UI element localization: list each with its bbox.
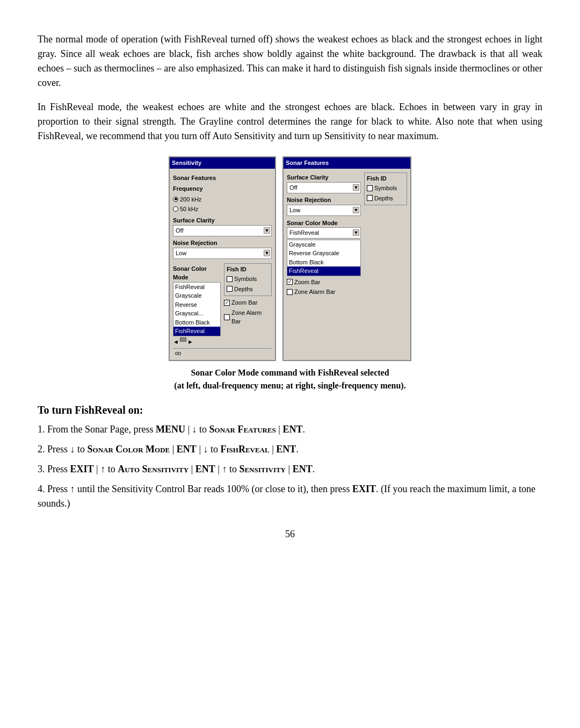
steps-list: 1. From the Sonar Page, press MENU | ↓ t… — [38, 422, 542, 511]
left-zoom-bar-row: Zoom Bar — [224, 298, 272, 307]
left-symbols-checkbox[interactable] — [227, 276, 233, 282]
right-depths-label: Depths — [374, 194, 393, 203]
right-zone-alarm-row: Zone Alarm Bar — [287, 287, 361, 297]
left-freq-50-radio[interactable] — [173, 206, 178, 212]
left-freq-200-radio[interactable] — [173, 197, 178, 202]
left-freq-group: 200 kHz 50 kHz — [173, 195, 272, 214]
right-sonar-color-select[interactable]: FishReveal ▼ — [287, 227, 361, 239]
right-noise-rejection-select[interactable]: Low ▼ — [287, 205, 361, 216]
step-3-bold3: ENT — [293, 464, 313, 474]
left-depths-label: Depths — [234, 285, 253, 294]
left-sonar-features-label: Sonar Features — [173, 174, 272, 183]
step-3-bold2: ENT — [195, 464, 215, 474]
right-zone-alarm-checkbox[interactable] — [287, 289, 293, 295]
image-section: Sensitivity Sonar Features Frequency 200… — [38, 156, 542, 392]
right-window-title: Sonar Features — [284, 157, 410, 169]
left-zone-alarm-row: Zone Alarm Bar — [224, 308, 272, 326]
step-3-num: 3. — [38, 464, 45, 474]
left-noise-rejection-select[interactable]: Low ▼ — [173, 248, 272, 259]
left-freq-50-label: 50 kHz — [180, 205, 198, 214]
right-fish-id-title: Fish ID — [367, 174, 404, 183]
caption-line2: (at left, dual-frequency menu; at right,… — [174, 379, 405, 392]
left-symbols-row: Symbols — [227, 275, 269, 284]
step-3-sc2: Sensitivity — [239, 464, 286, 474]
right-sonar-color-mode-label: Sonar Color Mode — [287, 219, 361, 228]
step-2-sc1: Sonar Color Mode — [88, 444, 170, 455]
step-4: 4. Press ↑ until the Sensitivity Control… — [38, 482, 542, 511]
left-list-grayscale[interactable]: Grayscale — [173, 291, 220, 300]
caption-line1: Sonar Color Mode command with FishReveal… — [174, 366, 405, 379]
right-noise-rejection-arrow[interactable]: ▼ — [353, 207, 359, 213]
right-noise-rejection-value: Low — [288, 206, 353, 215]
right-list-fishreveal[interactable]: FishReveal — [287, 266, 360, 276]
left-window-title: Sensitivity — [170, 157, 275, 169]
left-scroll-left[interactable]: ◄ — [173, 337, 179, 347]
left-bottom-value: oo — [175, 349, 181, 357]
right-window: Sonar Features Surface Clarity Off ▼ Noi… — [282, 156, 411, 361]
paragraph-1: The normal mode of operation (with FishR… — [38, 32, 542, 90]
screens-row: Sensitivity Sonar Features Frequency 200… — [169, 156, 411, 361]
left-zone-alarm-checkbox[interactable] — [224, 314, 230, 320]
right-depths-checkbox[interactable] — [367, 195, 373, 201]
left-fish-id-section: Fish ID Symbols Depths — [224, 263, 272, 297]
left-depths-checkbox[interactable] — [227, 286, 233, 292]
left-depths-row: Depths — [227, 285, 269, 294]
left-noise-rejection-arrow[interactable]: ▼ — [264, 250, 270, 256]
step-1-bold2: ENT — [282, 424, 302, 435]
left-list-rev-grayscale[interactable]: Reverse Grayscal... — [173, 300, 220, 318]
step-1-num: 1. — [38, 424, 45, 435]
left-bottom-bar: oo — [173, 348, 272, 358]
right-surface-clarity-arrow[interactable]: ▼ — [353, 184, 359, 191]
right-zoom-bar-label: Zoom Bar — [294, 278, 320, 287]
left-color-mode-list: FishReveal Grayscale Reverse Grayscal...… — [173, 282, 221, 336]
left-list-fishreveal2[interactable]: FishReveal — [173, 327, 220, 336]
left-zoom-bar-checkbox[interactable] — [224, 300, 230, 306]
left-noise-rejection-label: Noise Rejection — [173, 239, 272, 248]
step-2-num: 2. — [38, 444, 45, 455]
left-noise-rejection-value: Low — [175, 249, 264, 258]
step-2-sc2: FishReveal — [220, 444, 269, 455]
right-surface-clarity-select[interactable]: Off ▼ — [287, 182, 361, 193]
right-list-bottom-black[interactable]: Bottom Black — [287, 258, 360, 267]
step-4-num: 4. — [38, 484, 45, 494]
step-3-sc1: Auto Sensitivity — [118, 464, 189, 474]
left-scroll-row: ◄ ► — [173, 337, 221, 347]
left-list-fishreveal1[interactable]: FishReveal — [173, 283, 220, 292]
right-sonar-color-arrow[interactable]: ▼ — [353, 229, 359, 236]
right-fish-id-section: Fish ID Symbols Depths — [364, 172, 407, 206]
right-zoom-bar-checkbox[interactable] — [287, 279, 293, 285]
right-symbols-row: Symbols — [367, 184, 404, 193]
right-zoom-bar-row: Zoom Bar — [287, 278, 361, 287]
left-zone-alarm-label: Zone Alarm Bar — [231, 308, 272, 326]
page-number: 56 — [38, 527, 542, 542]
left-freq-50-row: 50 kHz — [173, 205, 272, 214]
step-3: 3. Press EXIT | ↑ to Auto Sensitivity | … — [38, 462, 542, 477]
left-frequency-label: Frequency — [173, 184, 272, 193]
step-1: 1. From the Sonar Page, press MENU | ↓ t… — [38, 422, 542, 437]
right-list-grayscale[interactable]: Grayscale — [287, 240, 360, 249]
left-surface-clarity-arrow[interactable]: ▼ — [264, 227, 270, 234]
right-symbols-label: Symbols — [374, 184, 397, 193]
right-depths-row: Depths — [367, 194, 404, 203]
left-fish-id-title: Fish ID — [227, 265, 269, 274]
left-scrollbar[interactable] — [180, 337, 186, 342]
left-scroll-right[interactable]: ► — [187, 337, 193, 347]
step-2: 2. Press ↓ to Sonar Color Mode | ENT | ↓… — [38, 442, 542, 457]
section-heading: To turn FishReveal on: — [38, 402, 542, 418]
step-2-bold2: ENT — [276, 444, 296, 455]
step-3-bold1: EXIT — [70, 464, 94, 474]
left-list-bottom-black[interactable]: Bottom Black — [173, 318, 220, 327]
paragraph-2: In FishReveal mode, the weakest echoes a… — [38, 100, 542, 143]
left-symbols-label: Symbols — [234, 275, 257, 284]
left-surface-clarity-select[interactable]: Off ▼ — [173, 225, 272, 236]
right-zone-alarm-label: Zone Alarm Bar — [294, 287, 335, 297]
step-1-sc1: Sonar Features — [209, 424, 276, 435]
step-2-bold1: ENT — [177, 444, 197, 455]
right-noise-rejection-label: Noise Rejection — [287, 196, 361, 205]
left-sonar-color-mode-label: Sonar Color Mode — [173, 264, 221, 282]
left-surface-clarity-label: Surface Clarity — [173, 216, 272, 225]
left-freq-200-row: 200 kHz — [173, 195, 272, 204]
right-color-mode-list: Grayscale Reverse Grayscale Bottom Black… — [287, 240, 361, 276]
right-list-rev-grayscale[interactable]: Reverse Grayscale — [287, 249, 360, 258]
right-symbols-checkbox[interactable] — [367, 185, 373, 191]
